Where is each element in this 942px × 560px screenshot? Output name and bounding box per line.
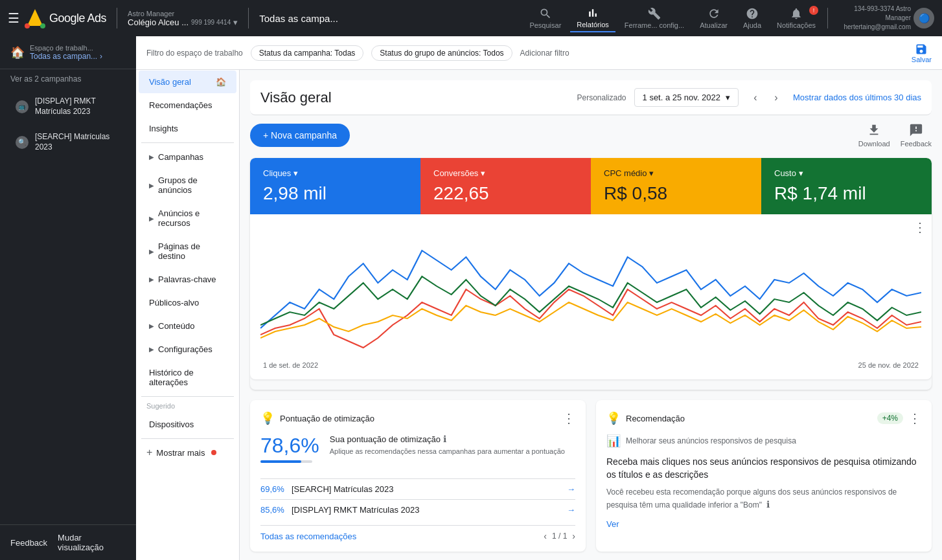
metric-cliques[interactable]: Cliques ▾ 2,98 mil bbox=[250, 158, 420, 214]
nav-refresh[interactable]: Atualizar bbox=[693, 5, 734, 32]
recommendation-badge: +4% bbox=[877, 412, 903, 424]
cliques-value: 2,98 mil bbox=[263, 183, 408, 204]
suggested-label: Sugerido bbox=[136, 399, 239, 412]
side-nav-paginas-destino[interactable]: ▶ Páginas de destino bbox=[139, 235, 236, 267]
nav-notifications[interactable]: ! Notificações bbox=[770, 5, 822, 32]
side-nav-recomendacoes[interactable]: Recomendações bbox=[139, 94, 236, 117]
recomendacoes-label: Recomendações bbox=[149, 100, 213, 110]
recommendation-see-btn[interactable]: Ver bbox=[606, 519, 619, 529]
recommendation-improvement: 📊 Melhorar seus anúncios responsivos de … bbox=[606, 434, 921, 448]
download-icon bbox=[867, 123, 881, 137]
optimization-more-btn[interactable]: ⋮ bbox=[562, 410, 575, 426]
pagination-next[interactable]: › bbox=[572, 531, 575, 541]
grupos-chevron: ▶ bbox=[149, 182, 154, 189]
user-avatar[interactable]: 🔵 bbox=[913, 8, 934, 28]
nav-divider-3 bbox=[827, 8, 828, 28]
metric-cpc[interactable]: CPC médio ▾ R$ 0,58 bbox=[591, 158, 761, 214]
sidebar-feedback-btn[interactable]: Feedback bbox=[10, 538, 47, 548]
campaign-search[interactable]: 🔍 [SEARCH] Matrículas 2023 bbox=[5, 126, 131, 159]
chart-container: ⋮ 1 de set. de 2022 25 de nov. de 2022 bbox=[250, 214, 932, 379]
custo-value: R$ 1,74 mil bbox=[774, 183, 919, 204]
side-nav-grupos-anuncios[interactable]: ▶ Grupos de anúncios bbox=[139, 169, 236, 201]
date-range-text: 1 set. a 25 nov. 2022 bbox=[643, 93, 720, 102]
side-nav-configuracoes[interactable]: ▶ Configurações bbox=[139, 338, 236, 361]
campaign-status-filter[interactable]: Status da campanha: Todas bbox=[251, 45, 364, 61]
campaign-selector[interactable]: Todas as campa... bbox=[259, 13, 338, 24]
campaign-score-display[interactable]: 85,6% [DISPLAY] RMKT Matrículas 2023 → bbox=[260, 499, 575, 520]
palavras-label: Palavras-chave bbox=[158, 274, 216, 284]
account-manager-label: Astro Manager bbox=[128, 10, 238, 17]
metric-conversoes[interactable]: Conversões ▾ 222,65 bbox=[420, 158, 591, 214]
show-more-badge bbox=[211, 450, 216, 455]
improvement-icon: 📊 bbox=[606, 434, 621, 448]
save-button[interactable]: Salvar bbox=[912, 43, 932, 63]
historico-label: Histórico de alterações bbox=[149, 368, 226, 387]
performance-chart bbox=[260, 225, 921, 354]
recommendation-more-btn[interactable]: ⋮ bbox=[908, 410, 921, 426]
dropdown-arrow[interactable]: ▾ bbox=[233, 17, 238, 27]
recommendation-title: Recomendação bbox=[626, 414, 872, 423]
side-nav-campanhas[interactable]: ▶ Campanhas bbox=[139, 146, 236, 168]
optimization-info-icon: ℹ bbox=[443, 434, 446, 444]
side-nav-conteudo[interactable]: ▶ Conteúdo bbox=[139, 315, 236, 337]
date-navigation: ‹ › bbox=[746, 89, 785, 107]
conteudo-chevron: ▶ bbox=[149, 322, 154, 330]
feedback-icon bbox=[909, 123, 923, 137]
all-recommendations-link[interactable]: Todas as recomendações bbox=[260, 532, 356, 541]
metrics-cards: Cliques ▾ 2,98 mil Conversões ▾ 222,65 C… bbox=[250, 158, 932, 214]
overview-header: Visão geral Personalizado 1 set. a 25 no… bbox=[250, 80, 932, 115]
side-nav-palavras-chave[interactable]: ▶ Palavras-chave bbox=[139, 268, 236, 291]
side-nav-insights[interactable]: Insights bbox=[139, 117, 236, 140]
side-nav-anuncios-recursos[interactable]: ▶ Anúncios e recursos bbox=[139, 202, 236, 234]
nav-search[interactable]: Pesquisar bbox=[523, 5, 568, 32]
optimization-header: 💡 Pontuação de otimização ⋮ bbox=[260, 410, 575, 426]
side-nav-visao-geral[interactable]: Visão geral 🏠 bbox=[139, 71, 236, 93]
campaign-display[interactable]: 📺 [DISPLAY] RMKT Matrículas 2023 bbox=[5, 90, 131, 123]
campanhas-chevron: ▶ bbox=[149, 153, 154, 161]
nav-reports[interactable]: Relatórios bbox=[570, 4, 615, 32]
chart-more-btn[interactable]: ⋮ bbox=[913, 219, 926, 235]
account-info: Astro Manager Colégio Alceu ... 999 199 … bbox=[128, 10, 238, 27]
see-campaigns-link[interactable]: Ver as 2 campanhas bbox=[0, 69, 136, 89]
configuracoes-label: Configurações bbox=[158, 344, 213, 354]
side-nav-publicos-alvo[interactable]: Públicos-alvo bbox=[139, 291, 236, 314]
account-id: 999 199 4414 bbox=[191, 19, 231, 26]
paginas-label: Páginas de destino bbox=[158, 241, 226, 261]
pagination-prev[interactable]: ‹ bbox=[544, 531, 547, 541]
add-filter-btn[interactable]: Adicionar filtro bbox=[520, 49, 569, 58]
optimization-score-value: 78,6% bbox=[260, 434, 319, 458]
bar-chart-icon bbox=[586, 6, 599, 19]
show-more-btn[interactable]: + Mostrar mais bbox=[136, 442, 239, 464]
feedback-icon-btn[interactable]: Feedback bbox=[901, 123, 932, 148]
search-campaign-icon: 🔍 bbox=[16, 136, 29, 149]
nav-tools[interactable]: Ferrame... config... bbox=[618, 5, 691, 32]
display-campaign-icon: 📺 bbox=[16, 100, 29, 113]
conversoes-label: Conversões ▾ bbox=[433, 168, 578, 178]
nav-help[interactable]: Ajuda bbox=[737, 5, 768, 32]
adgroup-status-filter[interactable]: Status do grupo de anúncios: Todos bbox=[371, 45, 512, 61]
side-nav-dispositivos[interactable]: Dispositivos bbox=[139, 413, 236, 436]
date-range-selector[interactable]: 1 set. a 25 nov. 2022 ▾ bbox=[634, 88, 739, 107]
metric-custo[interactable]: Custo ▾ R$ 1,74 mil bbox=[761, 158, 932, 214]
show-last-days-link[interactable]: Mostrar dados dos últimos 30 dias bbox=[793, 93, 921, 102]
side-nav-historico[interactable]: Histórico de alterações bbox=[139, 361, 236, 394]
date-prev-btn[interactable]: ‹ bbox=[746, 89, 764, 107]
hamburger-menu[interactable]: ☰ bbox=[8, 10, 19, 26]
campaign-score-search[interactable]: 69,6% [SEARCH] Matrículas 2023 → bbox=[260, 478, 575, 499]
blue-line bbox=[260, 251, 921, 328]
notification-badge: ! bbox=[809, 6, 818, 15]
chart-start-date: 1 de set. de 2022 bbox=[263, 361, 318, 369]
logo-text: Google Ads bbox=[49, 12, 106, 25]
date-next-btn[interactable]: › bbox=[767, 89, 785, 107]
conversoes-value: 222,65 bbox=[433, 183, 578, 204]
grupos-label: Grupos de anúncios bbox=[158, 175, 226, 195]
download-btn[interactable]: Download bbox=[858, 123, 890, 148]
sidebar-bottom: Feedback Mudar visualização bbox=[0, 524, 136, 560]
workspace-header[interactable]: 🏠 Espaço de trabalh... Todas as campan..… bbox=[10, 44, 126, 61]
new-campaign-button[interactable]: + Nova campanha bbox=[250, 124, 350, 147]
account-name[interactable]: Colégio Alceu ... 999 199 4414 ▾ bbox=[128, 17, 238, 27]
custo-label: Custo ▾ bbox=[774, 168, 919, 178]
cpc-dropdown: ▾ bbox=[649, 168, 654, 178]
search-icon bbox=[539, 7, 552, 20]
change-view-btn[interactable]: Mudar visualização bbox=[58, 533, 126, 552]
